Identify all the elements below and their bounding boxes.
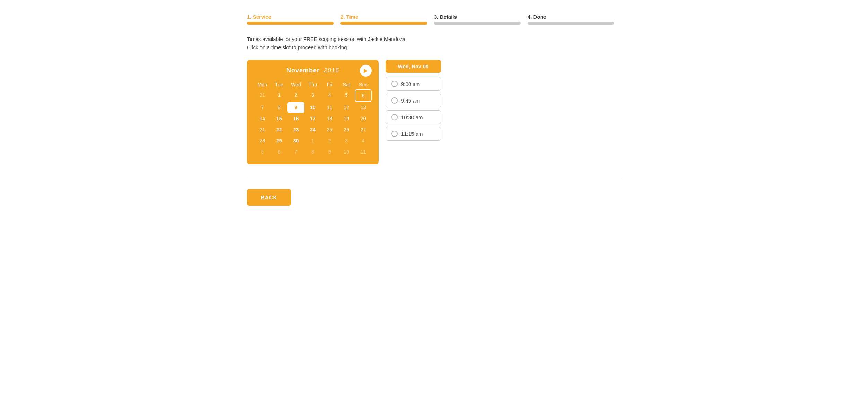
description-line1: Times available for your FREE scoping se… bbox=[247, 35, 621, 43]
cal-day-15[interactable]: 15 bbox=[271, 113, 288, 124]
time-slot-1115[interactable]: 11:15 am bbox=[386, 127, 441, 141]
cal-day-23[interactable]: 23 bbox=[287, 124, 304, 135]
step-details-bar bbox=[434, 22, 521, 25]
day-header-sun: Sun bbox=[355, 80, 372, 89]
calendar-month: November bbox=[286, 67, 320, 74]
calendar-grid: Mon Tue Wed Thu Fri Sat Sun 31 1 2 3 4 5… bbox=[254, 80, 372, 157]
cal-day-18[interactable]: 18 bbox=[321, 113, 338, 124]
cal-day-3-next[interactable]: 3 bbox=[338, 135, 355, 146]
step-done-bar bbox=[528, 22, 614, 25]
cal-day-13[interactable]: 13 bbox=[355, 102, 372, 113]
step-details-label: 3. Details bbox=[434, 14, 521, 20]
time-label-1115: 11:15 am bbox=[401, 131, 423, 137]
radio-1115[interactable] bbox=[391, 131, 398, 137]
progress-bar: 1. Service 2. Time 3. Details 4. Done bbox=[247, 14, 621, 25]
step-time-label: 2. Time bbox=[340, 14, 427, 20]
cal-day-3[interactable]: 3 bbox=[304, 89, 321, 102]
cal-day-11[interactable]: 11 bbox=[321, 102, 338, 113]
cal-day-22[interactable]: 22 bbox=[271, 124, 288, 135]
step-done: 4. Done bbox=[528, 14, 621, 25]
cal-day-30[interactable]: 30 bbox=[287, 135, 304, 146]
time-label-1030: 10:30 am bbox=[401, 114, 423, 120]
step-service-label: 1. Service bbox=[247, 14, 334, 20]
cal-day-2-next[interactable]: 2 bbox=[321, 135, 338, 146]
radio-1030[interactable] bbox=[391, 114, 398, 120]
radio-900[interactable] bbox=[391, 81, 398, 87]
cal-day-9-selected[interactable]: 9 bbox=[287, 102, 304, 113]
step-details: 3. Details bbox=[434, 14, 528, 25]
cal-day-7-next[interactable]: 7 bbox=[287, 146, 304, 157]
step-time: 2. Time bbox=[340, 14, 434, 25]
cal-day-10-next[interactable]: 10 bbox=[338, 146, 355, 157]
cal-day-5[interactable]: 5 bbox=[338, 89, 355, 102]
cal-day-4-next[interactable]: 4 bbox=[355, 135, 372, 146]
cal-day-12[interactable]: 12 bbox=[338, 102, 355, 113]
description-line2: Click on a time slot to proceed with boo… bbox=[247, 43, 621, 52]
cal-day-6-next[interactable]: 6 bbox=[271, 146, 288, 157]
cal-day-5-next[interactable]: 5 bbox=[254, 146, 271, 157]
cal-day-24[interactable]: 24 bbox=[304, 124, 321, 135]
cal-day-9-next[interactable]: 9 bbox=[321, 146, 338, 157]
main-content: November 2016 ▶ Mon Tue Wed Thu Fri Sat … bbox=[247, 60, 621, 164]
cal-day-7[interactable]: 7 bbox=[254, 102, 271, 113]
time-slots-panel: Wed, Nov 09 9:00 am 9:45 am 10:30 am 11:… bbox=[386, 60, 441, 141]
time-slot-900[interactable]: 9:00 am bbox=[386, 77, 441, 91]
cal-day-6[interactable]: 6 bbox=[355, 89, 372, 102]
day-header-sat: Sat bbox=[338, 80, 355, 89]
calendar-next-button[interactable]: ▶ bbox=[360, 65, 372, 77]
cal-day-25[interactable]: 25 bbox=[321, 124, 338, 135]
chevron-right-icon: ▶ bbox=[364, 67, 368, 74]
cal-day-16[interactable]: 16 bbox=[287, 113, 304, 124]
calendar: November 2016 ▶ Mon Tue Wed Thu Fri Sat … bbox=[247, 60, 379, 164]
cal-day-11-next[interactable]: 11 bbox=[355, 146, 372, 157]
radio-945[interactable] bbox=[391, 97, 398, 104]
day-header-mon: Mon bbox=[254, 80, 271, 89]
cal-day-14[interactable]: 14 bbox=[254, 113, 271, 124]
cal-day-17[interactable]: 17 bbox=[304, 113, 321, 124]
time-slot-945[interactable]: 9:45 am bbox=[386, 94, 441, 107]
cal-day-2[interactable]: 2 bbox=[287, 89, 304, 102]
cal-day-10[interactable]: 10 bbox=[304, 102, 321, 113]
calendar-title: November 2016 bbox=[286, 67, 339, 74]
cal-day-26[interactable]: 26 bbox=[338, 124, 355, 135]
calendar-header: November 2016 ▶ bbox=[254, 67, 372, 74]
cal-day-31-prev[interactable]: 31 bbox=[254, 89, 271, 102]
day-header-fri: Fri bbox=[321, 80, 338, 89]
cal-day-28[interactable]: 28 bbox=[254, 135, 271, 146]
cal-day-8[interactable]: 8 bbox=[271, 102, 288, 113]
description: Times available for your FREE scoping se… bbox=[247, 35, 621, 52]
time-slot-1030[interactable]: 10:30 am bbox=[386, 110, 441, 124]
cal-day-20[interactable]: 20 bbox=[355, 113, 372, 124]
cal-day-4[interactable]: 4 bbox=[321, 89, 338, 102]
day-header-thu: Thu bbox=[304, 80, 321, 89]
divider bbox=[247, 178, 621, 178]
time-panel-header: Wed, Nov 09 bbox=[386, 60, 441, 73]
back-button[interactable]: BACK bbox=[247, 189, 291, 206]
cal-day-1[interactable]: 1 bbox=[271, 89, 288, 102]
cal-day-19[interactable]: 19 bbox=[338, 113, 355, 124]
day-header-wed: Wed bbox=[287, 80, 304, 89]
calendar-year: 2016 bbox=[324, 67, 339, 74]
cal-day-1-next[interactable]: 1 bbox=[304, 135, 321, 146]
cal-day-8-next[interactable]: 8 bbox=[304, 146, 321, 157]
step-done-label: 4. Done bbox=[528, 14, 614, 20]
time-label-945: 9:45 am bbox=[401, 98, 420, 104]
cal-day-21[interactable]: 21 bbox=[254, 124, 271, 135]
step-service-bar bbox=[247, 22, 334, 25]
step-time-bar bbox=[340, 22, 427, 25]
cal-day-27[interactable]: 27 bbox=[355, 124, 372, 135]
day-header-tue: Tue bbox=[271, 80, 288, 89]
time-label-900: 9:00 am bbox=[401, 81, 420, 87]
cal-day-29[interactable]: 29 bbox=[271, 135, 288, 146]
step-service: 1. Service bbox=[247, 14, 340, 25]
